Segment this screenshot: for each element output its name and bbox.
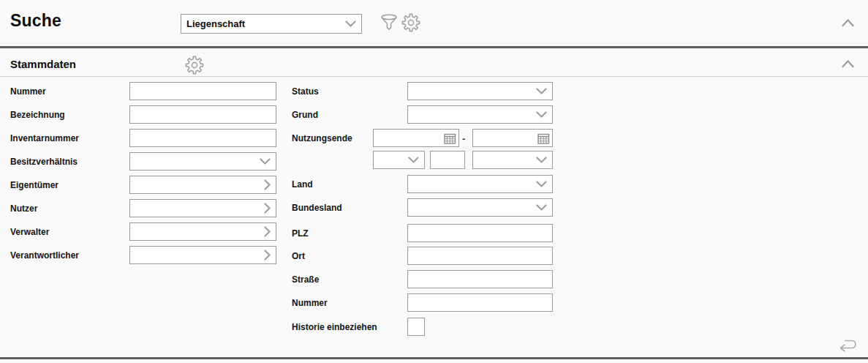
chevron-right-icon — [264, 203, 271, 214]
chevron-right-icon — [264, 226, 271, 237]
historie-einbeziehen-checkbox[interactable] — [407, 318, 425, 336]
nutzungsende-to-input[interactable] — [473, 130, 537, 146]
nutzungsende-to-field — [472, 129, 553, 147]
gear-icon[interactable] — [184, 55, 205, 75]
field-label-besitzverhaeltnis: Besitzverhältnis — [10, 157, 78, 167]
verwalter-picker[interactable] — [129, 222, 276, 241]
field-label-land: Land — [292, 179, 313, 190]
ort-input[interactable] — [407, 247, 553, 265]
eigentuemer-picker[interactable] — [129, 176, 276, 194]
chevron-down-icon — [536, 111, 547, 118]
field-label-bezeichnung: Bezeichnung — [10, 110, 65, 120]
chevron-down-icon — [260, 158, 271, 165]
field-label-verantwortlicher: Verantwortlicher — [10, 250, 79, 261]
header-divider — [0, 46, 868, 48]
hausnummer-input[interactable] — [407, 293, 553, 312]
return-icon[interactable] — [835, 335, 860, 354]
nutzungsende-from-input[interactable] — [374, 130, 444, 146]
section-title: Stammdaten — [10, 58, 76, 70]
nutzungsende-relative-amount-input[interactable] — [430, 151, 465, 169]
chevron-down-icon — [345, 20, 356, 27]
field-label-ort: Ort — [292, 251, 305, 261]
field-label-status: Status — [292, 86, 319, 97]
field-label-nummer: Nummer — [10, 86, 46, 97]
chevron-down-icon — [408, 157, 419, 163]
calendar-icon[interactable] — [537, 132, 550, 144]
page-title: Suche — [10, 11, 61, 31]
field-label-plz: PLZ — [292, 228, 309, 239]
filter-icon[interactable] — [379, 12, 399, 34]
gear-icon[interactable] — [401, 12, 421, 33]
field-label-historie-einbeziehen: Historie einbeziehen — [292, 322, 377, 332]
search-type-value: Liegenschaft — [186, 18, 345, 29]
nutzer-picker[interactable] — [129, 199, 276, 217]
chevron-down-icon — [536, 88, 547, 94]
field-label-bundesland: Bundesland — [292, 203, 342, 213]
plz-input[interactable] — [407, 224, 553, 242]
nutzungsende-relative-unit-select[interactable] — [373, 151, 425, 169]
land-select[interactable] — [407, 175, 553, 193]
chevron-down-icon — [536, 181, 547, 187]
bundesland-select[interactable] — [407, 198, 553, 217]
calendar-icon[interactable] — [444, 132, 456, 144]
field-label-nutzungsende: Nutzungsende — [292, 133, 352, 143]
date-range-separator: - — [462, 133, 465, 144]
chevron-up-icon[interactable] — [839, 18, 856, 28]
nutzungsende-from-field — [373, 129, 459, 147]
field-label-inventarnummer: Inventarnummer — [10, 133, 79, 143]
field-label-eigentuemer: Eigentümer — [10, 180, 59, 190]
nutzungsende-relative-period-select[interactable] — [472, 151, 553, 169]
section-divider — [0, 76, 868, 77]
strasse-input[interactable] — [407, 270, 553, 288]
status-select[interactable] — [407, 82, 553, 100]
chevron-down-icon — [536, 157, 547, 163]
chevron-down-icon — [536, 204, 547, 211]
field-label-strasse: Straße — [292, 274, 319, 285]
search-type-select[interactable]: Liegenschaft — [181, 14, 362, 34]
nummer-input[interactable] — [129, 82, 276, 100]
inventarnummer-input[interactable] — [129, 129, 276, 147]
grund-select[interactable] — [407, 105, 553, 124]
bezeichnung-input[interactable] — [129, 105, 276, 124]
besitzverhaeltnis-select[interactable] — [129, 152, 276, 171]
chevron-right-icon — [264, 179, 271, 190]
field-label-nutzer: Nutzer — [10, 203, 37, 214]
field-label-grund: Grund — [292, 110, 318, 120]
chevron-right-icon — [264, 250, 271, 261]
footer-divider — [0, 357, 868, 359]
verantwortlicher-picker[interactable] — [129, 246, 276, 264]
search-panel: Suche Liegenschaft Stammdaten Nummer Bez… — [0, 0, 868, 363]
chevron-up-icon[interactable] — [839, 59, 856, 69]
field-label-verwalter: Verwalter — [10, 227, 49, 237]
field-label-hausnummer: Nummer — [292, 298, 328, 308]
